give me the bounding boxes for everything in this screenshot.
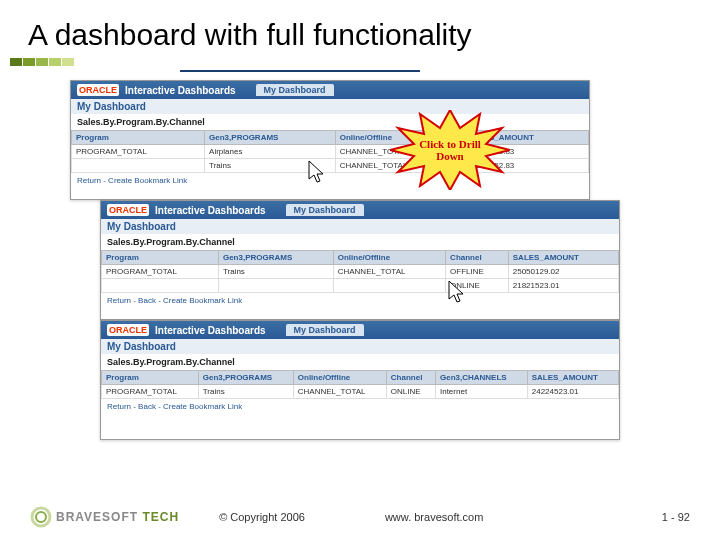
callout-line1: Click to Drill	[419, 138, 481, 150]
oracle-logo: ORACLE	[77, 84, 119, 96]
cell-drill[interactable]: Internet	[435, 385, 527, 399]
copyright-text: © Copyright 2006	[219, 511, 305, 523]
app-header: ORACLE Interactive Dashboards My Dashboa…	[101, 201, 619, 219]
page-number: 1 - 92	[662, 511, 690, 523]
col-program[interactable]: Program	[102, 251, 219, 265]
slide-title: A dashboard with full functionality	[0, 0, 720, 58]
report-section-title: Sales.By.Program.By.Channel	[71, 114, 589, 130]
data-table: Program Gen3,PROGRAMS Online/Offline Cha…	[101, 250, 619, 293]
bravesoft-logo: BRAVESOFT TECH	[30, 506, 179, 528]
cell	[218, 279, 333, 293]
cell: 25050129.02	[508, 265, 618, 279]
cursor-icon	[306, 159, 326, 185]
oracle-logo: ORACLE	[107, 324, 149, 336]
cell: CHANNEL_TOTAL	[333, 265, 445, 279]
product-name: Interactive Dashboards	[155, 205, 266, 216]
report-section-title: Sales.By.Program.By.Channel	[101, 234, 619, 250]
color-accent-bar	[10, 58, 720, 66]
content-area: Click to Drill Down ORACLE Interactive D…	[0, 80, 720, 470]
table-header-row: Program Gen3,PROGRAMS Online/Offline SAL…	[72, 131, 589, 145]
table-row: Trains CHANNEL_TOTAL 20227652.83	[72, 159, 589, 173]
footer-url: www. bravesoft.com	[385, 511, 483, 523]
app-header: ORACLE Interactive Dashboards My Dashboa…	[71, 81, 589, 99]
col-program[interactable]: Program	[102, 371, 199, 385]
my-dashboard-tab[interactable]: My Dashboard	[256, 84, 334, 96]
data-table: Program Gen3,PROGRAMS Online/Offline Cha…	[101, 370, 619, 399]
report-links[interactable]: Return - Back - Create Bookmark Link	[101, 293, 619, 308]
cell: PROGRAM_TOTAL	[102, 265, 219, 279]
cell-drill[interactable]: Airplanes	[205, 145, 336, 159]
table-row: PROGRAM_TOTAL Trains CHANNEL_TOTAL OFFLI…	[102, 265, 619, 279]
cell	[333, 279, 445, 293]
table-row: ONLINE 21821523.01	[102, 279, 619, 293]
report-links[interactable]: Return - Back - Create Bookmark Link	[101, 399, 619, 414]
logo-swirl-icon	[30, 506, 52, 528]
col-gen3programs[interactable]: Gen3,PROGRAMS	[218, 251, 333, 265]
my-dashboard-tab[interactable]: My Dashboard	[286, 204, 364, 216]
col-program[interactable]: Program	[72, 131, 205, 145]
title-underline	[180, 70, 420, 72]
table-row: PROGRAM_TOTAL Airplanes CHANNEL_TOTAL 17…	[72, 145, 589, 159]
col-gen3programs[interactable]: Gen3,PROGRAMS	[198, 371, 293, 385]
report-links[interactable]: Return - Create Bookmark Link	[71, 173, 589, 188]
product-name: Interactive Dashboards	[155, 325, 266, 336]
svg-point-1	[32, 508, 50, 526]
report-section-title: Sales.By.Program.By.Channel	[101, 354, 619, 370]
col-online-offline[interactable]: Online/Offline	[293, 371, 386, 385]
cell: PROGRAM_TOTAL	[72, 145, 205, 159]
dashboard-name: My Dashboard	[71, 99, 589, 114]
cell: 21821523.01	[508, 279, 618, 293]
slide-footer: BRAVESOFT TECH © Copyright 2006 www. bra…	[0, 506, 720, 528]
my-dashboard-tab[interactable]: My Dashboard	[286, 324, 364, 336]
oracle-logo: ORACLE	[107, 204, 149, 216]
svg-point-2	[36, 512, 46, 522]
brand-part1: BRAVESOFT	[56, 510, 138, 524]
cell: Trains	[198, 385, 293, 399]
table-row: PROGRAM_TOTAL Trains CHANNEL_TOTAL ONLIN…	[102, 385, 619, 399]
col-channel[interactable]: Channel	[386, 371, 435, 385]
cell: 24224523.01	[527, 385, 618, 399]
dashboard-screenshot-2: ORACLE Interactive Dashboards My Dashboa…	[100, 200, 620, 320]
table-header-row: Program Gen3,PROGRAMS Online/Offline Cha…	[102, 251, 619, 265]
cursor-icon	[446, 279, 466, 305]
product-name: Interactive Dashboards	[125, 85, 236, 96]
cell: ONLINE	[386, 385, 435, 399]
col-gen3programs[interactable]: Gen3,PROGRAMS	[205, 131, 336, 145]
dashboard-screenshot-3: ORACLE Interactive Dashboards My Dashboa…	[100, 320, 620, 440]
col-online-offline[interactable]: Online/Offline	[333, 251, 445, 265]
cell	[102, 279, 219, 293]
col-gen3channels[interactable]: Gen3,CHANNELS	[435, 371, 527, 385]
cell	[72, 159, 205, 173]
table-header-row: Program Gen3,PROGRAMS Online/Offline Cha…	[102, 371, 619, 385]
col-channel[interactable]: Channel	[446, 251, 509, 265]
dashboard-name: My Dashboard	[101, 219, 619, 234]
cell-drill[interactable]: Trains	[218, 265, 333, 279]
cell: CHANNEL_TOTAL	[293, 385, 386, 399]
callout-line2: Down	[436, 150, 464, 162]
cell: PROGRAM_TOTAL	[102, 385, 199, 399]
app-header: ORACLE Interactive Dashboards My Dashboa…	[101, 321, 619, 339]
dashboard-name: My Dashboard	[101, 339, 619, 354]
drill-down-callout: Click to Drill Down	[390, 110, 510, 190]
dashboard-screenshot-1: ORACLE Interactive Dashboards My Dashboa…	[70, 80, 590, 200]
brand-part2: TECH	[142, 510, 179, 524]
cell-drill[interactable]: OFFLINE	[446, 265, 509, 279]
col-sales-amount[interactable]: SALES_AMOUNT	[527, 371, 618, 385]
data-table: Program Gen3,PROGRAMS Online/Offline SAL…	[71, 130, 589, 173]
col-sales-amount[interactable]: SALES_AMOUNT	[508, 251, 618, 265]
